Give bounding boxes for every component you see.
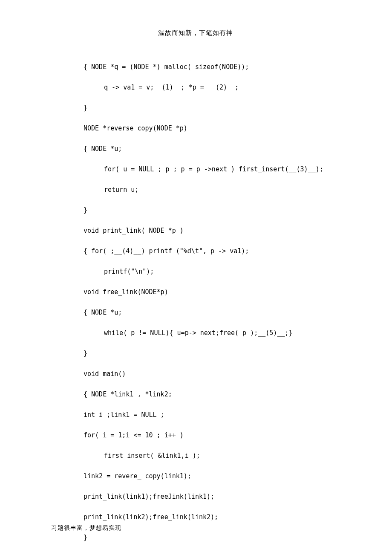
code-line: { NODE *u; xyxy=(63,144,328,154)
code-line: } xyxy=(63,205,328,215)
code-line: void main() xyxy=(63,369,328,379)
page-header: 温故而知新，下笔如有神 xyxy=(63,29,328,37)
code-line: { NODE *link1 , *link2; xyxy=(63,389,328,399)
code-line: link2 = revere_ copy(link1); xyxy=(63,471,328,481)
code-line: q -> va1 = v;__(1)__; *p = __(2)__; xyxy=(63,82,328,92)
code-line: { NODE *q = (NODE *) malloc( sizeof(NODE… xyxy=(63,62,328,72)
code-line: { NODE *u; xyxy=(63,307,328,318)
code-line: return u; xyxy=(63,185,328,195)
code-line: } xyxy=(63,103,328,113)
code-line: } xyxy=(63,348,328,358)
code-line: printf("\n"); xyxy=(63,266,328,277)
code-line: print_link(link2);free_link(link2); xyxy=(63,512,328,522)
code-line: print_link(link1);freeJink(link1); xyxy=(63,491,328,502)
code-line: { for( ;__(4)__) printf ("%d\t", p -> va… xyxy=(63,246,328,256)
code-line: NODE *reverse_copy(NODE *p) xyxy=(63,123,328,133)
code-block-1: { NODE *q = (NODE *) malloc( sizeof(NODE… xyxy=(63,52,328,555)
code-line: int i ;link1 = NULL ; xyxy=(63,410,328,420)
code-line: while( p != NULL){ u=p-> next;free( p );… xyxy=(63,328,328,338)
code-line: } xyxy=(63,532,328,543)
code-line: void print_link( NODE *p ) xyxy=(63,225,328,236)
page-footer: 习题很丰富，梦想易实现 xyxy=(51,524,121,532)
code-line: first insert( &link1,i ); xyxy=(63,451,328,461)
code-line: for( u = NULL ; p ; p = p ->next ) first… xyxy=(63,164,328,174)
code-line: for( i = 1;i <= 10 ; i++ ) xyxy=(63,430,328,440)
code-line: void free_link(NODE*p) xyxy=(63,287,328,297)
document-page: 温故而知新，下笔如有神 { NODE *q = (NODE *) malloc(… xyxy=(0,0,392,555)
